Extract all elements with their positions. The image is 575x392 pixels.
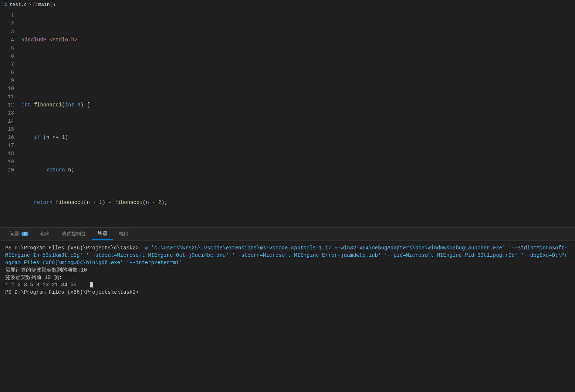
tab-problems[interactable]: 问题 2 (4, 228, 34, 239)
tab-terminal-label: 终端 (98, 230, 107, 237)
terminal-line-2: 需要计算的斐波那契数列的项数:10 (5, 266, 570, 274)
tab-ports[interactable]: 端口 (113, 228, 135, 239)
tab-output[interactable]: 输出 (34, 228, 56, 239)
code-editor[interactable]: 1 2 3 4 5 6 7 8 9 10 11 12 13 14 15 16 1… (0, 9, 575, 227)
code-line-6: return fibonacci(n - 1) + fibonacci(n - … (18, 198, 575, 207)
terminal-output-3: 1 1 2 3 5 8 13 21 34 55 (5, 282, 77, 288)
problems-badge: 2 (21, 232, 28, 236)
tab-debug-console-label: 调试控制台 (62, 231, 86, 237)
breadcrumb-funcname: main() (38, 2, 55, 7)
terminal-line-5: PS D:\Program Files (x86)\Projects\c\tas… (5, 289, 570, 296)
breadcrumb-filename[interactable]: test.c (10, 2, 27, 7)
tab-output-label: 输出 (40, 231, 50, 237)
panel-tabs: 问题 2 输出 调试控制台 终端 端口 (0, 228, 575, 241)
terminal-content[interactable]: PS D:\Program Files (x86)\Projects\c\tas… (0, 241, 575, 392)
tab-problems-label: 问题 (10, 231, 19, 237)
breadcrumb-sep1: > (28, 2, 31, 7)
code-line-4: if (n <= 1) (18, 133, 575, 142)
bottom-panel: 问题 2 输出 调试控制台 终端 端口 PS D:\Program Files … (0, 227, 575, 392)
terminal-output-2: 斐波那契数列前 10 项: (5, 275, 62, 280)
terminal-output-1: 需要计算的斐波那契数列的项数:10 (5, 267, 87, 273)
line-numbers: 1 2 3 4 5 6 7 8 9 10 11 12 13 14 15 16 1… (0, 9, 18, 227)
terminal-prompt-2: PS D:\Program Files (x86)\Projects\c\tas… (5, 289, 139, 295)
code-body[interactable]: #include <stdio.h> int fibonacci(int n) … (18, 9, 575, 227)
terminal-line-4: 1 1 2 3 5 8 13 21 34 55 (5, 281, 570, 289)
code-line-2 (18, 68, 575, 76)
code-line-5: return n; (18, 166, 575, 174)
tab-debug-console[interactable]: 调试控制台 (56, 228, 92, 239)
c-file-icon: C (4, 2, 7, 7)
breadcrumb: C test.c > ⬡ main() (0, 0, 575, 9)
terminal-prompt-1: PS D:\Program Files (x86)\Projects\c\tas… (5, 245, 139, 251)
tab-terminal[interactable]: 终端 (92, 228, 113, 240)
terminal-line-1: PS D:\Program Files (x86)\Projects\c\tas… (5, 244, 570, 266)
code-line-1: #include <stdio.h> (18, 36, 575, 44)
terminal-cursor (90, 282, 93, 287)
breadcrumb-func: ⬡ main() (33, 1, 55, 7)
tab-ports-label: 端口 (119, 231, 129, 237)
func-icon: ⬡ (33, 1, 37, 7)
terminal-line-3: 斐波那契数列前 10 项: (5, 274, 570, 281)
code-line-3: int fibonacci(int n) { (18, 101, 575, 109)
